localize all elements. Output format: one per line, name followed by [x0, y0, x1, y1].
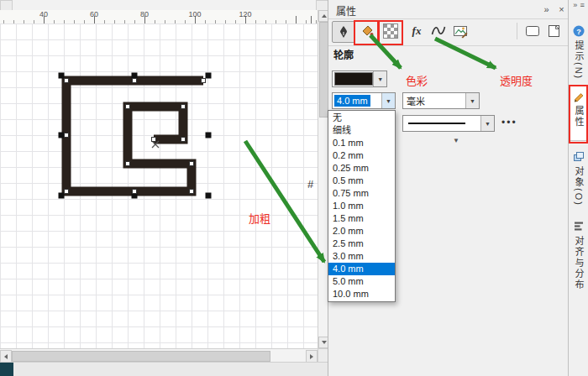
- page-corner-icon: [547, 24, 562, 39]
- hint-icon: ?: [573, 25, 585, 37]
- outline-unit-value: 毫米: [407, 94, 425, 107]
- annotation-transparency-label: 透明度: [500, 72, 533, 88]
- outline-color-combo[interactable]: ▼: [332, 70, 387, 87]
- style-settings-button[interactable]: •••: [501, 117, 517, 128]
- curve-wave-icon: [431, 24, 446, 39]
- frame-summary-button[interactable]: [522, 21, 543, 41]
- outline-unit-combo[interactable]: 毫米 ▼: [402, 92, 480, 109]
- curve-tool-button[interactable]: [428, 21, 449, 41]
- docker-collapse-icon[interactable]: »: [540, 3, 553, 15]
- scroll-left-button[interactable]: [0, 350, 12, 363]
- color-dropdown-arrow-icon[interactable]: ▼: [373, 71, 386, 86]
- docker-title: 属性: [336, 3, 356, 18]
- down-arrow-icon: [322, 341, 327, 344]
- scroll-right-button[interactable]: [306, 350, 318, 363]
- width-option[interactable]: 1.0 mm: [328, 200, 395, 212]
- width-option[interactable]: 0.75 mm: [328, 187, 395, 200]
- line-style-preview: [408, 123, 465, 124]
- menu-icon[interactable]: ≡: [580, 1, 584, 13]
- canvas-shape-overlay: #: [0, 24, 318, 348]
- app-window: 40 60 80 100 120 # 加粗: [0, 0, 588, 376]
- width-option[interactable]: 0.25 mm: [328, 162, 395, 175]
- annotation-bold-label: 加粗: [249, 210, 270, 226]
- objects-icon: [572, 151, 585, 163]
- width-option[interactable]: 10.0 mm: [328, 288, 395, 300]
- align-distribute-icon: [573, 220, 585, 232]
- left-arrow-icon: [4, 354, 8, 359]
- docker-title-bar: 属性 » ×: [328, 0, 569, 19]
- fx-icon: fx: [412, 24, 422, 38]
- section-expander-icon[interactable]: ▼: [453, 137, 459, 144]
- outline-width-combo[interactable]: 4.0 mm ▼: [332, 92, 396, 109]
- svg-text:?: ?: [576, 28, 581, 36]
- width-option[interactable]: 2.5 mm: [328, 238, 395, 250]
- style-dropdown-arrow-icon[interactable]: ▼: [480, 116, 494, 131]
- annotation-color-label: 色彩: [406, 72, 428, 88]
- page-navigator-box[interactable]: [0, 363, 13, 376]
- width-option[interactable]: 0.1 mm: [328, 137, 395, 149]
- docker-close-icon[interactable]: ×: [555, 3, 568, 15]
- tab-objects-label: 对象(O): [572, 166, 585, 206]
- pen-nib-icon: [336, 24, 351, 39]
- spiral-shape[interactable]: [66, 81, 203, 191]
- width-option[interactable]: 无: [328, 112, 395, 124]
- ruler-number: 80: [136, 10, 153, 18]
- ruler-number: 100: [186, 10, 203, 18]
- width-option[interactable]: 3.0 mm: [328, 250, 395, 263]
- width-option[interactable]: 细线: [328, 124, 395, 137]
- width-option[interactable]: 5.0 mm: [328, 275, 395, 288]
- tab-align-label: 对齐与分布: [572, 236, 585, 290]
- width-option[interactable]: 1.5 mm: [328, 212, 395, 225]
- width-option[interactable]: 2.0 mm: [328, 225, 395, 238]
- width-dropdown-arrow-icon[interactable]: ▼: [381, 93, 395, 108]
- red-highlight-fill-tool: [354, 20, 380, 45]
- strip-top-icons: » ≡: [569, 1, 588, 13]
- tab-align-distribute[interactable]: 对齐与分布: [569, 217, 588, 317]
- tab-hints[interactable]: ? 提示(N): [569, 22, 588, 87]
- outline-width-value: 4.0 mm: [334, 95, 370, 107]
- up-arrow-icon: [322, 14, 327, 18]
- red-highlight-transparency-tool: [377, 20, 403, 45]
- width-option-selected[interactable]: 4.0 mm: [328, 263, 395, 275]
- outline-section-label: 轮廓: [333, 47, 354, 61]
- tab-objects[interactable]: 对象(O): [569, 148, 588, 213]
- status-bar: [0, 362, 328, 376]
- ruler-number: 120: [237, 10, 254, 18]
- horizontal-scroll-thumb[interactable]: [12, 351, 270, 362]
- width-option[interactable]: 0.5 mm: [328, 175, 395, 187]
- horizontal-scrollbar[interactable]: [0, 348, 318, 363]
- properties-docker: 属性 » ×: [328, 0, 569, 376]
- rounded-rect-icon: [525, 24, 540, 39]
- unit-dropdown-arrow-icon[interactable]: ▼: [465, 93, 479, 108]
- double-chevron-icon[interactable]: »: [573, 1, 577, 13]
- effects-tool-button[interactable]: fx: [406, 21, 428, 41]
- width-dropdown-list: 无 细线 0.1 mm 0.2 mm 0.25 mm 0.5 mm 0.75 m…: [328, 110, 396, 302]
- horizontal-ruler[interactable]: 40 60 80 100 120: [0, 10, 318, 24]
- outline-style-combo[interactable]: ▼: [402, 115, 495, 132]
- red-highlight-properties-tab: [569, 85, 588, 144]
- frame-page-button[interactable]: [543, 21, 565, 41]
- ruler-number: 40: [35, 10, 52, 18]
- bitmap-tool-button[interactable]: [449, 21, 471, 41]
- snap-hash-mark: #: [307, 178, 314, 191]
- ruler-number: 60: [86, 10, 102, 18]
- toolbar-separator: [517, 23, 517, 39]
- tab-hints-label: 提示(N): [572, 40, 585, 80]
- docker-tab-strip: » ≡ ? 提示(N) 属性 对象(O): [568, 0, 588, 376]
- outline-pen-tool-button[interactable]: [332, 21, 355, 43]
- outline-color-swatch: [334, 72, 373, 86]
- width-option[interactable]: 0.2 mm: [328, 149, 395, 162]
- right-arrow-icon: [310, 354, 313, 359]
- bitmap-image-icon: [453, 24, 468, 39]
